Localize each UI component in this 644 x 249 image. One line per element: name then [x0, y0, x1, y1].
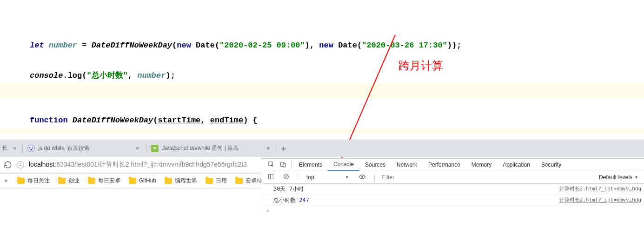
paren: (	[215, 41, 219, 50]
folder-icon	[129, 178, 136, 184]
url-path: :63343/test001/计算时长2.html?_ijt=dmvvmfb9c…	[54, 161, 247, 168]
paren: (	[357, 41, 362, 50]
close-icon[interactable]: ×	[11, 145, 19, 152]
browser-tab-baidu[interactable]: js do while_百度搜索 ×	[23, 141, 146, 156]
console-input-prompt[interactable]: ›	[262, 206, 644, 215]
bookmark-label: GitHub	[139, 177, 156, 184]
bookmark-folder[interactable]: 创业	[58, 177, 80, 185]
tab-title: JavaScript do/while 语句 | 菜鸟	[162, 144, 239, 152]
log-source-link[interactable]: 计算时长2.html?_ijt=dmvv…hdg	[559, 185, 644, 193]
log-row[interactable]: 总小时数 247 计算时长2.html?_ijt=dmvv…hdg	[262, 195, 644, 206]
live-expression-icon[interactable]	[356, 174, 369, 181]
tab-application[interactable]: Application	[497, 159, 536, 171]
execution-context-dropdown[interactable]: top ▼	[304, 174, 352, 181]
browser-tab-partial[interactable]: 长 ×	[2, 141, 22, 156]
reload-button[interactable]	[4, 161, 12, 169]
var-number: number	[49, 41, 77, 50]
tab-security[interactable]: Security	[536, 159, 567, 171]
bookmark-label: 日用	[216, 177, 227, 185]
url-text: localhost:63343/test001/计算时长2.html?_ijt=…	[29, 161, 247, 169]
fn-call: DateDiffNoWeekDay	[92, 41, 172, 50]
favicon-runoob: R	[151, 145, 159, 152]
devtools-tabs: Elements Console Sources Network Perform…	[262, 159, 644, 171]
svg-point-1	[27, 145, 34, 152]
tab-elements[interactable]: Elements	[293, 159, 328, 171]
comma: ,	[200, 116, 210, 125]
separator	[291, 161, 292, 168]
bookmark-folder[interactable]: 编程世界	[165, 177, 197, 185]
log-message: 30天 7小时	[273, 185, 559, 193]
folder-icon	[235, 178, 243, 184]
close-icon[interactable]: ×	[134, 145, 141, 152]
svg-line-8	[285, 175, 288, 178]
equals: =	[77, 41, 92, 50]
filter-input[interactable]	[380, 173, 592, 182]
var-ref: number	[137, 71, 166, 80]
log-message: 总小时数 247	[273, 196, 559, 204]
highlighted-line	[0, 83, 644, 98]
keyword-let: let	[30, 41, 44, 50]
tab-title: js do while_百度搜索	[39, 144, 90, 152]
paren: (	[82, 71, 86, 80]
bookmark-folder[interactable]: 每日关注	[17, 177, 50, 185]
log-row[interactable]: 30天 7小时 计算时长2.html?_ijt=dmvv…hdg	[262, 184, 644, 195]
log-number: 247	[299, 197, 309, 203]
bookmark-folder[interactable]: 日用	[206, 177, 227, 185]
date-ctor: Date	[196, 41, 215, 50]
fn-name: DateDiffNoWeekDay	[73, 116, 153, 125]
bookmark-folder[interactable]: 每日安卓	[88, 177, 120, 185]
tab-memory[interactable]: Memory	[466, 159, 497, 171]
console-sidebar-toggle-icon[interactable]	[265, 174, 277, 181]
browser-tab-runoob[interactable]: R JavaScript do/while 语句 | 菜鸟 ×	[146, 141, 277, 156]
chevron-down-icon: ▼	[345, 175, 349, 180]
context-label: top	[306, 174, 314, 181]
bookmark-label: 创业	[68, 177, 80, 185]
close-icon[interactable]: ×	[265, 145, 272, 152]
keyword-function: function	[30, 116, 68, 125]
highlighted-line	[0, 128, 644, 134]
log-levels-dropdown[interactable]: Default levels ▼	[596, 174, 641, 181]
code-line: console.log("总小时数", number);	[0, 54, 644, 84]
console-obj: console	[30, 71, 63, 80]
device-toolbar-icon[interactable]	[277, 161, 289, 169]
line-end: );	[166, 71, 175, 80]
svg-rect-5	[269, 175, 273, 179]
info-icon[interactable]: i	[17, 161, 24, 168]
new-tab-button[interactable]: ＋	[277, 142, 290, 155]
clear-console-icon[interactable]	[280, 174, 292, 181]
space	[191, 41, 196, 50]
tab-console[interactable]: Console	[328, 159, 359, 171]
string-literal: "总小时数"	[86, 71, 127, 80]
bookmark-label: 编程世界	[175, 177, 197, 185]
paren: )	[447, 41, 452, 50]
paren: (	[153, 116, 158, 125]
line-end: ) {	[243, 116, 258, 125]
bookmark-folder[interactable]: GitHub	[129, 177, 156, 184]
keyword-new: new	[177, 41, 191, 50]
tab-strip: 长 × js do while_百度搜索 × R JavaScript do/w…	[0, 140, 644, 157]
chevron-down-icon: ▼	[634, 175, 638, 180]
tab-sources[interactable]: Sources	[359, 159, 391, 171]
param-starttime: startTime	[158, 116, 200, 125]
console-toolbar: top ▼ Default levels ▼	[262, 171, 644, 184]
date-ctor: Date	[338, 41, 357, 50]
bookmark-label: 每日关注	[27, 177, 50, 185]
folder-icon	[88, 178, 95, 184]
comma: ,	[310, 41, 319, 50]
folder-icon	[165, 178, 172, 184]
tab-performance[interactable]: Performance	[423, 159, 466, 171]
string-literal: "2020-03-26 17:30"	[362, 41, 447, 50]
space	[333, 41, 338, 50]
log-method: log	[68, 71, 82, 80]
bookmark-overflow-left-icon[interactable]: «	[5, 177, 9, 184]
separator	[298, 174, 298, 181]
tab-network[interactable]: Network	[391, 159, 423, 171]
inspect-element-icon[interactable]	[265, 161, 277, 169]
string-literal: "2020-02-25 09:00"	[219, 41, 305, 50]
url-host: localhost	[29, 161, 54, 168]
log-source-link[interactable]: 计算时长2.html?_ijt=dmvv…hdg	[559, 196, 644, 204]
console-log-area[interactable]: 30天 7小时 计算时长2.html?_ijt=dmvv…hdg 总小时数 24…	[262, 184, 644, 249]
svg-rect-4	[283, 163, 285, 167]
svg-point-9	[361, 176, 363, 177]
folder-icon	[58, 178, 66, 184]
